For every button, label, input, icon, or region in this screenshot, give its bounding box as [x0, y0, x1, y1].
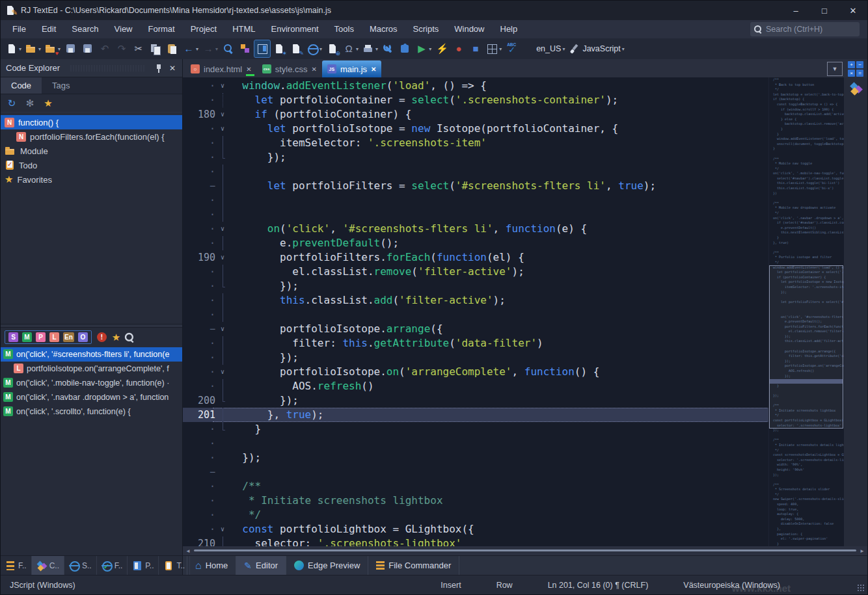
dropdown-arrow-icon[interactable]: ▾: [429, 46, 431, 52]
filter-badge-en[interactable]: En: [63, 332, 74, 342]
redo-button[interactable]: ↷: [114, 40, 129, 57]
menu-edit[interactable]: Edit: [34, 20, 64, 38]
scrollbar-thumb[interactable]: [194, 549, 856, 551]
dropdown-arrow-icon[interactable]: ▾: [196, 46, 198, 52]
code-line[interactable]: · /**: [183, 479, 768, 494]
menu-tools[interactable]: Tools: [327, 20, 362, 38]
code-line[interactable]: ·∨ window.addEventListener('load', () =>…: [183, 79, 768, 93]
fold-chevron-icon[interactable]: ∨: [215, 365, 230, 379]
fold-chevron-icon[interactable]: ∨: [215, 122, 230, 136]
code-line[interactable]: 180∨ if (portfolioContainer) {: [183, 107, 768, 122]
save-button[interactable]: [63, 40, 79, 57]
code-line[interactable]: · e.preventDefault();: [183, 236, 768, 250]
code-line[interactable]: · * Initiate screenshots lightbox: [183, 494, 768, 508]
open-folder-button[interactable]: ▾: [24, 40, 42, 57]
list-item[interactable]: Mon('click', '.scrollto', function(e) {: [1, 404, 182, 419]
dropdown-arrow-icon[interactable]: ▾: [622, 46, 625, 52]
run-button[interactable]: ▶▾: [414, 40, 433, 57]
code-line[interactable]: ·∨ on('click', '#screenshots-flters li',…: [183, 222, 768, 236]
horizontal-scrollbar[interactable]: ◄ ►: [183, 546, 867, 555]
list-item[interactable]: Mon('click', '#screenshots-flters li', f…: [1, 347, 182, 362]
mini-tab-ftp-globe-check[interactable]: F..: [97, 556, 128, 575]
panel-close-icon[interactable]: ✕: [168, 64, 177, 73]
language-button[interactable]: en_US▾: [521, 40, 566, 57]
dropdown-arrow-icon[interactable]: ▾: [499, 46, 502, 52]
record-macro-button[interactable]: ●: [451, 40, 467, 57]
code-line[interactable]: ·: [183, 207, 768, 222]
dropdown-arrow-icon[interactable]: ▾: [375, 46, 378, 52]
bottom-tab-edge-preview[interactable]: Edge Preview: [286, 556, 368, 575]
scroll-right-arrow[interactable]: ►: [859, 548, 865, 554]
code-line[interactable]: 210 selector: '.screenshots-lightbox': [183, 536, 768, 546]
scroll-left-arrow[interactable]: ◄: [185, 548, 191, 554]
minimize-button[interactable]: –: [781, 1, 810, 20]
menu-scripts[interactable]: Scripts: [405, 20, 447, 38]
bottom-tab-file-commander[interactable]: File Commander: [368, 556, 459, 575]
dropdown-arrow-icon[interactable]: ▾: [356, 46, 359, 52]
add-favorite-icon[interactable]: ★: [112, 332, 120, 343]
fold-chevron-icon[interactable]: ∨: [215, 250, 230, 265]
dropdown-arrow-icon[interactable]: ▾: [38, 46, 41, 52]
code-line[interactable]: − let portfolioFilters = select('#screen…: [183, 179, 768, 193]
code-line[interactable]: −: [183, 465, 768, 479]
dropdown-arrow-icon[interactable]: ▾: [319, 46, 322, 52]
menu-search[interactable]: Search: [64, 20, 106, 38]
fold-chevron-icon[interactable]: ∨: [215, 107, 230, 122]
spellcheck-button[interactable]: [504, 40, 520, 57]
doc-tab-style-css[interactable]: cssstyle.css✕: [257, 60, 322, 77]
window-arrange-icon[interactable]: +−×=: [848, 61, 863, 77]
code-line[interactable]: ·∨ const portfolioLightbox = GLightbox({: [183, 522, 768, 536]
menu-html[interactable]: HTML: [224, 20, 263, 38]
code-line[interactable]: · filter: this.getAttribute('data-filter…: [183, 336, 768, 350]
doc-tab-index-html[interactable]: ○index.html✕: [185, 60, 257, 77]
minimap[interactable]: /** * Back to top button */ let backtoto…: [768, 77, 844, 546]
code-line[interactable]: · */: [183, 508, 768, 522]
code-line[interactable]: · });: [183, 350, 768, 365]
code-line[interactable]: ·: [183, 436, 768, 451]
menu-view[interactable]: View: [107, 20, 141, 38]
mini-tab-file-commander[interactable]: F..: [1, 556, 32, 575]
open-favorites-button[interactable]: ♥▾: [44, 40, 62, 57]
code-line[interactable]: ·: [183, 165, 768, 179]
browser-button[interactable]: ▾: [305, 40, 323, 57]
code-line[interactable]: ·: [183, 193, 768, 207]
code-line[interactable]: · });: [183, 279, 768, 293]
fold-chevron-icon[interactable]: ∨: [215, 79, 230, 93]
search-input[interactable]: [766, 25, 850, 34]
dropdown-arrow-icon[interactable]: ▾: [562, 46, 565, 52]
code-line[interactable]: · el.classList.remove('filter-active');: [183, 265, 768, 279]
find-button[interactable]: [221, 40, 236, 57]
code-line[interactable]: · itemSelector: '.screenshots-item': [183, 136, 768, 150]
search-icon[interactable]: [125, 332, 134, 341]
maximize-button[interactable]: □: [810, 1, 839, 20]
mini-tab-sites-globe[interactable]: S..: [64, 556, 97, 575]
window-grid-button[interactable]: ▾: [485, 40, 503, 57]
tree-item[interactable]: NportfolioFilters.forEach(function(el) {: [1, 129, 182, 144]
code-line[interactable]: 200 });: [183, 393, 768, 408]
list-item[interactable]: LportfolioIsotope.on('arrangeComplete', …: [1, 362, 182, 376]
doc-validate-button[interactable]: ✶: [271, 40, 287, 57]
cut-button[interactable]: ✂: [131, 40, 146, 57]
dropdown-arrow-icon[interactable]: ▾: [215, 46, 218, 52]
tools-button[interactable]: [381, 40, 396, 57]
menu-environment[interactable]: Environment: [264, 20, 327, 38]
list-item[interactable]: Mon('click', '.navbar .dropdown > a', fu…: [1, 390, 182, 404]
tree-item[interactable]: ★Favorites: [1, 172, 182, 187]
syntax-brush-button[interactable]: JavaScript▾: [567, 40, 625, 57]
minimap-viewport[interactable]: [769, 265, 843, 429]
code-line[interactable]: · });: [183, 451, 768, 465]
print-button[interactable]: ▾: [361, 40, 379, 57]
doc-tab-main-js[interactable]: JSmain.js✕: [322, 60, 382, 77]
doc-preview-button[interactable]: ⊕: [325, 40, 340, 57]
menu-search-box[interactable]: [750, 22, 860, 36]
filter-badge-s[interactable]: S: [8, 332, 18, 342]
warnings-icon[interactable]: !: [97, 332, 107, 342]
code-line[interactable]: 201 }, true);: [183, 408, 768, 422]
filter-badge-o[interactable]: O: [78, 332, 88, 342]
tab-list-dropdown[interactable]: ▼: [827, 62, 843, 76]
resize-grip[interactable]: [857, 584, 865, 592]
stop-button[interactable]: ■: [468, 40, 483, 57]
bottom-tab-editor[interactable]: ✎Editor: [236, 556, 286, 575]
close-tab-icon[interactable]: ✕: [371, 66, 376, 73]
close-tab-icon[interactable]: ✕: [246, 66, 251, 73]
